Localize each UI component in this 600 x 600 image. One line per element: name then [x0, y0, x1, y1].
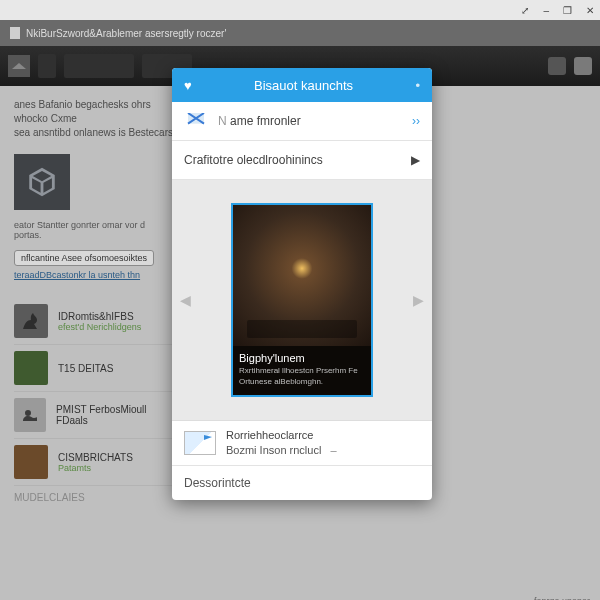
thumb-icon: [14, 398, 46, 432]
flag-icon: [184, 111, 208, 131]
feature-subtext: eator Stantter gonrter omar vor d portas…: [14, 220, 174, 240]
popup-header: ♥ Bisauot kaunchts •: [172, 68, 432, 102]
list-item[interactable]: MUDELCLAIES: [14, 485, 174, 509]
app-logo[interactable]: [8, 55, 30, 77]
list-item[interactable]: IDRomtis&hIFBSefest'd Nerichlidgens: [14, 298, 174, 344]
toolbar-icon[interactable]: [548, 57, 566, 75]
cube-icon: [25, 165, 59, 199]
header-dots-icon[interactable]: •: [415, 78, 420, 93]
list-item[interactable]: CISMBRICHATSPatamts: [14, 438, 174, 485]
carousel-card[interactable]: Bigphy'lunem Rxrtihmeral llhoestcn Prser…: [231, 203, 373, 397]
card-title: Bigphy'lunem: [239, 352, 365, 364]
window-close-icon[interactable]: ✕: [586, 5, 594, 16]
window-maximize-icon[interactable]: ❐: [563, 5, 572, 16]
thumb-icon: [14, 304, 48, 338]
item-title: MUDELCLAIES: [14, 492, 85, 503]
item-title: CISMBRICHATS: [58, 452, 133, 463]
popup-row-name[interactable]: N ame fmronler ››: [172, 102, 432, 141]
chevron-right-icon: ››: [412, 114, 420, 128]
toolbar-icon[interactable]: [574, 57, 592, 75]
product-line2: Bozmi Inson rnclucl –: [226, 441, 337, 457]
popup-carousel: ◀ Bigphy'lunem Rxrtihmeral llhoestcn Prs…: [172, 180, 432, 420]
play-icon: ▶: [411, 153, 420, 167]
thumb-icon: [14, 351, 48, 385]
heart-icon[interactable]: ♥: [184, 78, 192, 93]
carousel-next-icon[interactable]: ▶: [413, 292, 424, 308]
popup-row-description[interactable]: Dessorintcte: [172, 465, 432, 500]
page-description: anes Bafanio begachesks ohrs whocko Cxme…: [14, 98, 174, 140]
item-sub: Patamts: [58, 463, 133, 473]
row-label: N ame fmronler: [218, 114, 301, 128]
footer-text: feprge unener: [534, 596, 590, 600]
toolbar-segment[interactable]: [38, 54, 56, 78]
link-chip[interactable]: nflcantine Asee ofsomoesoiktes: [14, 250, 154, 266]
popup-title: Bisauot kaunchts: [192, 78, 416, 93]
window-titlebar: ⤢ – ❐ ✕: [0, 0, 600, 20]
launcher-popup: ♥ Bisauot kaunchts • N ame fmronler ›› C…: [172, 68, 432, 500]
address-bar[interactable]: NkiBurSzword&Arablemer asersregtly rocze…: [0, 20, 600, 46]
product-thumb-icon: [184, 431, 216, 455]
item-sub: efest'd Nerichlidgens: [58, 322, 141, 332]
row-label: Crafitotre olecdlroohinincs: [184, 153, 323, 167]
item-title: T15 DEITAS: [58, 363, 113, 374]
window-minimize-icon[interactable]: –: [543, 5, 549, 16]
feature-tile[interactable]: [14, 154, 70, 210]
popup-row-craft[interactable]: Crafitotre olecdlroohinincs ▶: [172, 141, 432, 180]
toolbar-segment[interactable]: [64, 54, 134, 78]
address-text: NkiBurSzword&Arablemer asersregtly rocze…: [26, 28, 226, 39]
item-title: IDRomtis&hIFBS: [58, 311, 141, 322]
item-title: PMIST FerbosMioull FDaals: [56, 404, 174, 426]
product-line1: Rorriehheoclarrce: [226, 429, 337, 441]
carousel-prev-icon[interactable]: ◀: [180, 292, 191, 308]
list-item[interactable]: PMIST FerbosMioull FDaals: [14, 391, 174, 438]
thumb-icon: [14, 445, 48, 479]
card-sub: Rxrtihmeral llhoestcn Prserhm Fe Ortunes…: [239, 366, 365, 387]
popup-row-product[interactable]: Rorriehheoclarrce Bozmi Inson rnclucl –: [172, 421, 432, 465]
card-art: [233, 205, 371, 346]
list-item[interactable]: T15 DEITAS: [14, 344, 174, 391]
window-restore-icon[interactable]: ⤢: [521, 5, 529, 16]
document-icon: [10, 27, 20, 39]
